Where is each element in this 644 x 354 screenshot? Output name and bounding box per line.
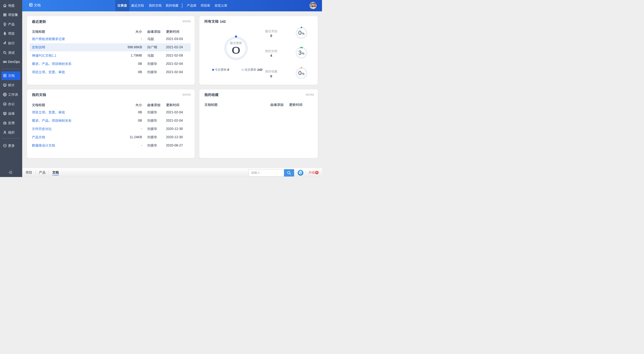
svg-text:OPS: OPS [4, 113, 6, 114]
svg-text:OA: OA [4, 103, 6, 105]
